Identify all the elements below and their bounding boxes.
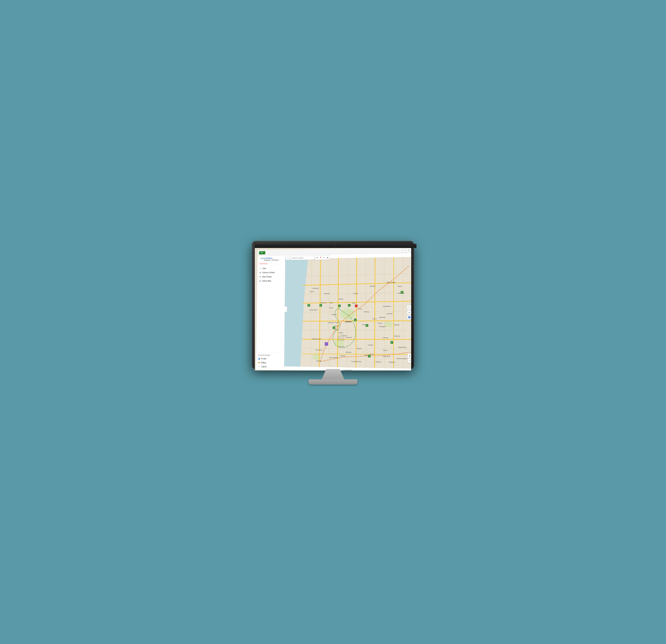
map-side-controls: ℹ ⊕ ♿ [407,305,411,319]
logo-area: ✓AccedeMaps Example - Deliveries [258,255,285,263]
svg-text:Thebarton: Thebarton [331,314,337,315]
logout-item[interactable]: ↩ Logout [256,364,284,369]
svg-text:Truck 1: Truck 1 [335,322,339,323]
svg-text:Payneham: Payneham [379,317,385,318]
zoom-controls: + − [407,354,411,363]
main-content: ✓AccedeMaps Example - Deliveries Free Ve… [256,253,411,371]
map-search-input[interactable] [291,256,314,260]
logo-maps: Maps [268,257,273,259]
map-tool-group: ✥ 📍 ✏ ◆ [315,255,330,260]
pin-tool[interactable]: 📍 [319,256,322,260]
svg-text:West Beach: West Beach [316,349,322,351]
menu-button[interactable]: ≡ [286,256,290,260]
svg-rect-3 [385,321,392,327]
jobs-icon: ≡ [259,268,261,269]
svg-text:Kilkenny: Kilkenny [338,298,343,300]
zoom-in-button[interactable]: + [407,354,411,358]
svg-text:Semaphore: Semaphore [312,288,319,289]
sidebar-collapse-button[interactable]: ‹ [284,306,287,312]
move-tool[interactable]: ✥ [315,256,319,260]
svg-text:Cumberland Park: Cumberland Park [351,361,362,362]
svg-text:Marleston: Marleston [346,352,351,353]
svg-text:Glenside: Glenside [383,337,388,339]
monitor-stand-neck [322,369,344,379]
accessibility-button[interactable]: ♿ [407,315,411,319]
nav-item-select-map[interactable]: ▤ Select Map › [257,279,285,283]
svg-text:Truck 3: Truck 3 [398,286,402,287]
svg-text:Hawthorn: Hawthorn [375,361,381,363]
svg-text:Northfield: Northfield [370,285,375,287]
svg-text:Hectorville: Hectorville [387,313,393,314]
svg-text:Truck 2: Truck 2 [335,329,339,330]
svg-text:Truck 1: Truck 1 [358,308,363,309]
nav-item-jobs[interactable]: ≡ Jobs [258,266,285,270]
nav-item-map-design[interactable]: ⊕ Map Design [257,274,285,279]
refresh-button[interactable]: ↻ [401,248,406,252]
svg-text:Truck 3: Truck 3 [378,323,382,324]
svg-text:Keswick: Keswick [338,332,343,334]
svg-text:Henley Beach: Henley Beach [310,309,318,311]
svg-text:⊞: ⊞ [326,343,327,345]
svg-text:Goodwood: Goodwood [346,337,352,338]
nav-menu: ≡ Jobs ▤ Delivery Details ⊕ Map Design [256,265,285,353]
nav-item-delivery-details[interactable]: ▤ Delivery Details [257,270,285,275]
svg-text:Glandore: Glandore [340,355,346,357]
svg-text:Klemzig: Klemzig [364,311,369,312]
svg-text:Truck 2: Truck 2 [329,307,333,308]
camera [335,245,336,247]
svg-text:P: P [401,291,402,293]
svg-text:P: P [308,305,309,306]
svg-text:Truck 3: Truck 3 [370,354,374,355]
svg-text:Albert Park: Albert Park [320,302,327,303]
profile-item[interactable]: 👤 Profile [256,357,284,361]
profile-icon: 👤 [258,358,260,360]
logo-accede: Accede [261,257,268,259]
search-button[interactable]: 🔍 [259,251,265,254]
svg-text:Truck 1: Truck 1 [334,325,339,327]
map-area: ≡ ✥ 📍 ✏ ◆ [284,253,411,371]
svg-text:Truck 2: Truck 2 [310,291,314,292]
profile-label: Profile [261,358,266,360]
svg-text:D: D [333,327,334,328]
svg-text:Richmond: Richmond [338,346,344,347]
svg-text:D: D [355,319,356,321]
edit-tool[interactable]: ✏ [322,256,326,259]
layers-button[interactable]: ⊕ [407,310,411,315]
svg-text:Wattle Park /: Wattle Park / [337,336,345,338]
map-svg: Semaphore Woodville Kilkenny Prospect No… [284,253,411,371]
account-section: Account Details 👤 Profile 💳 Billing ↩ [256,352,284,370]
svg-text:Truck 3: Truck 3 [383,350,387,351]
delivery-label: Delivery Details [262,271,275,273]
svg-text:Burnside: Burnside [394,324,399,325]
filter-button[interactable]: ▼ [406,248,411,252]
zoom-out-button[interactable]: − [407,358,411,363]
svg-text:D: D [339,305,340,307]
shape-tool[interactable]: ◆ [326,256,329,259]
logout-icon: ↩ [258,365,260,368]
svg-text:Mirnu Wirra: Mirnu Wirra [337,338,344,339]
svg-text:Campbelltown: Campbelltown [383,306,391,307]
info-button[interactable]: ℹ [407,305,411,310]
monitor-stand-base [309,379,357,384]
svg-text:Beaumont: Beaumont [394,335,400,337]
svg-text:Torrensville: Torrensville [328,322,334,323]
map-attribution: © AccedeMaps [343,369,353,371]
select-map-label: Select Map [262,280,271,282]
svg-text:Truck 1: Truck 1 [352,302,356,304]
billing-item[interactable]: 💳 Billing [256,360,284,365]
map-design-label: Map Design [262,275,272,278]
app-subtitle: Example - Deliveries [259,259,283,262]
svg-point-1 [340,309,355,320]
billing-icon: 💳 [258,362,260,363]
monitor-wrapper: 🔍 ↻ ▼ ✓AccedeMaps [248,241,418,403]
svg-text:Leawood Gardens: Leawood Gardens [396,358,407,359]
monitor-body: 🔍 ↻ ▼ ✓AccedeMaps [252,241,414,369]
jobs-label: Jobs [262,267,266,269]
svg-text:P: P [369,355,370,357]
svg-text:D: D [366,325,368,326]
billing-label: Billing [261,362,266,364]
svg-text:Truck 1: Truck 1 [329,302,333,303]
screen-content: 🔍 ↻ ▼ ✓AccedeMaps [256,248,411,371]
top-bar-controls: ↻ ▼ [401,248,411,252]
map-background: Semaphore Woodville Kilkenny Prospect No… [284,253,411,371]
